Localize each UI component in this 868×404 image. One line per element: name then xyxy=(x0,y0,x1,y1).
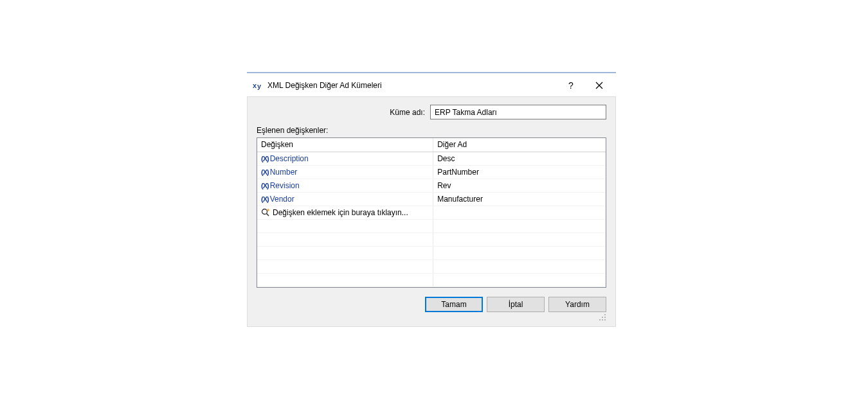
svg-point-13 xyxy=(604,317,606,318)
table-row[interactable]: (X)Number PartNumber xyxy=(257,165,606,179)
variable-icon: (X) xyxy=(261,182,269,189)
variable-name: Number xyxy=(270,168,298,177)
search-add-icon xyxy=(261,208,270,217)
alias-cell[interactable]: Desc xyxy=(433,152,606,165)
variable-name: Vendor xyxy=(270,195,294,204)
mapped-variables-label: Eşlenen değişkenler: xyxy=(257,126,606,135)
empty-row[interactable] xyxy=(257,233,606,246)
dialog-window: x y XML Değişken Diğer Ad Kümeleri ? Küm… xyxy=(247,75,616,327)
column-header-alias[interactable]: Diğer Ad xyxy=(433,138,606,152)
empty-cell[interactable] xyxy=(257,246,433,259)
xy-icon: x y xyxy=(252,81,264,90)
add-variable-hint: Değişken eklemek için buraya tıklayın... xyxy=(273,208,408,217)
empty-cell[interactable] xyxy=(257,233,433,246)
table-row[interactable]: (X)Vendor Manufacturer xyxy=(257,192,606,206)
svg-text:x: x xyxy=(253,82,257,89)
alias-cell[interactable]: Manufacturer xyxy=(433,192,606,206)
empty-row[interactable] xyxy=(257,273,606,286)
help-titlebar-button[interactable]: ? xyxy=(557,76,585,95)
empty-row[interactable] xyxy=(257,259,606,273)
dialog-title: XML Değişken Diğer Ad Kümeleri xyxy=(267,81,557,90)
svg-point-11 xyxy=(604,314,606,315)
empty-row[interactable] xyxy=(257,219,606,233)
svg-point-14 xyxy=(599,319,601,321)
svg-point-16 xyxy=(604,319,606,321)
empty-cell[interactable] xyxy=(257,273,433,286)
variable-icon: (X) xyxy=(261,168,269,176)
variables-grid[interactable]: Değişken Diğer Ad (X)Description Desc (X… xyxy=(257,137,606,288)
empty-cell[interactable] xyxy=(433,246,606,259)
empty-cell[interactable] xyxy=(433,219,606,233)
button-row: Tamam İptal Yardım xyxy=(257,297,606,312)
variable-name: Revision xyxy=(270,181,300,190)
set-name-label: Küme adı: xyxy=(257,108,430,117)
empty-cell[interactable] xyxy=(257,219,433,233)
table-row[interactable]: (X)Description Desc xyxy=(257,152,606,165)
variable-cell[interactable]: (X)Description xyxy=(261,154,429,163)
svg-point-4 xyxy=(262,209,267,214)
column-header-variable[interactable]: Değişken xyxy=(257,138,433,152)
svg-point-12 xyxy=(602,317,603,318)
empty-cell[interactable] xyxy=(433,273,606,286)
dialog-client-area: Küme adı: Eşlenen değişkenler: Değişken … xyxy=(247,96,616,327)
empty-cell[interactable] xyxy=(433,206,606,219)
set-name-input[interactable] xyxy=(430,105,606,119)
table-row[interactable]: (X)Revision Rev xyxy=(257,179,606,192)
add-variable-row[interactable]: Değişken eklemek için buraya tıklayın... xyxy=(257,206,606,219)
svg-line-5 xyxy=(266,213,269,216)
svg-text:y: y xyxy=(257,82,262,90)
empty-cell[interactable] xyxy=(433,233,606,246)
resize-grip[interactable] xyxy=(257,313,606,321)
grid-header-row[interactable]: Değişken Diğer Ad xyxy=(257,138,606,152)
ok-button[interactable]: Tamam xyxy=(425,297,483,312)
variable-cell[interactable]: (X)Revision xyxy=(261,181,429,190)
close-button[interactable] xyxy=(585,76,613,95)
empty-cell[interactable] xyxy=(433,259,606,273)
empty-row[interactable] xyxy=(257,246,606,259)
variable-icon: (X) xyxy=(261,195,269,203)
titlebar[interactable]: x y XML Değişken Diğer Ad Kümeleri ? xyxy=(247,75,616,96)
set-name-row: Küme adı: xyxy=(257,105,606,119)
cancel-button[interactable]: İptal xyxy=(487,297,545,312)
svg-point-6 xyxy=(267,209,269,211)
empty-cell[interactable] xyxy=(257,259,433,273)
variable-cell[interactable]: (X)Vendor xyxy=(261,195,429,204)
svg-point-15 xyxy=(602,319,603,321)
variable-name: Description xyxy=(270,154,309,163)
help-button[interactable]: Yardım xyxy=(548,297,606,312)
variable-icon: (X) xyxy=(261,155,269,162)
add-variable-cell[interactable]: Değişken eklemek için buraya tıklayın... xyxy=(261,208,429,217)
alias-cell[interactable]: Rev xyxy=(433,179,606,192)
alias-cell[interactable]: PartNumber xyxy=(433,165,606,179)
variable-cell[interactable]: (X)Number xyxy=(261,168,429,177)
dialog-top-rule xyxy=(247,72,616,73)
